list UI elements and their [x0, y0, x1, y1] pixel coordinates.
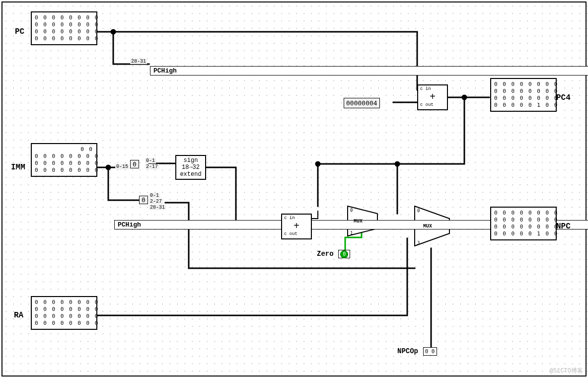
pc4-label: PC4 — [556, 93, 571, 102]
svg-text:0: 0 — [350, 208, 353, 213]
hex-row: 0 0 — [35, 146, 93, 153]
splitter-zero-top: 0 — [130, 160, 139, 168]
bits-2-27-label: 2-27 — [149, 199, 163, 204]
imm-hex: 0 0 0 0 0 0 0 0 0 0 0 0 0 0 0 0 0 0 0 0 … — [31, 143, 97, 177]
adder-branch: c in + c out — [281, 214, 312, 239]
adder-cout-label: c out — [284, 231, 297, 236]
npc-hex: 0 0 0 0 0 0 0 0 0 0 0 0 0 0 0 0 0 0 0 0 … — [490, 207, 557, 240]
svg-point-3 — [316, 162, 320, 166]
adder-cin-label: c in — [284, 216, 295, 221]
plus-icon: + — [282, 222, 311, 231]
hex-row: 0 0 0 0 0 0 0 0 — [35, 21, 93, 28]
hex-row: 0 0 0 0 0 0 0 0 — [494, 81, 553, 88]
hex-row: 0 0 0 0 0 1 0 0 — [494, 102, 553, 109]
hex-row: 0 0 0 0 0 0 0 0 — [35, 35, 93, 42]
sign-extend-l2: 18→32 — [176, 164, 205, 171]
svg-text:1: 1 — [350, 230, 353, 235]
hex-row: 0 0 0 0 0 0 0 0 — [494, 95, 553, 102]
npcop-label: NPCOp — [397, 347, 418, 355]
zero-label: Zero — [317, 250, 334, 258]
npcop-group: NPCOp 0 0 — [397, 347, 437, 356]
zero-indicator-icon: 0 — [340, 250, 348, 258]
hex-row: 0 0 0 0 0 1 0 0 — [494, 230, 553, 237]
hex-row: 0 0 0 0 0 0 0 0 — [35, 153, 93, 160]
hex-row: 0 0 0 0 0 0 0 0 — [35, 306, 93, 313]
hex-row: 0 0 0 0 0 0 0 0 — [494, 217, 553, 224]
svg-point-1 — [462, 95, 466, 99]
hex-row: 0 0 0 0 0 0 0 0 — [35, 299, 93, 306]
watermark: @51CTO博客 — [550, 367, 583, 375]
splitter-zero-bottom: 0 — [139, 196, 148, 204]
bits-28-31-label: 28-31 — [130, 59, 147, 64]
pchigh-tag-top: PCHigh — [150, 66, 588, 76]
hex-row: 0 0 0 0 0 0 0 0 — [494, 210, 553, 217]
pc4-hex: 0 0 0 0 0 0 0 0 0 0 0 0 0 0 0 0 0 0 0 0 … — [490, 78, 557, 112]
npcop-value-box: 0 0 — [423, 347, 437, 356]
sign-extend-l3: extend — [176, 171, 205, 178]
hex-row: 0 0 0 0 0 0 0 0 — [494, 88, 553, 95]
bits-28-31-label-b: 28-31 — [149, 205, 166, 210]
adder-cout-label: c out — [420, 102, 434, 107]
bits-0-1-label-a: 0-1 — [145, 158, 156, 163]
hex-row: 0 0 0 0 0 0 0 0 — [35, 160, 93, 167]
pc-label: PC — [15, 27, 24, 36]
hex-row: 0 0 0 0 0 0 0 0 — [35, 28, 93, 35]
bits-0-15-label: 0-15 — [115, 164, 129, 169]
mux1-label: MUX — [354, 219, 363, 224]
mux2-label: MUX — [423, 224, 432, 229]
bits-2-17-label: 2-17 — [145, 164, 159, 169]
sign-extend-block: sign 18→32 extend — [175, 155, 206, 180]
svg-text:0: 0 — [417, 208, 420, 213]
hex-row: 0 0 0 0 0 0 0 0 — [35, 14, 93, 21]
bits-0-1-label-b: 0-1 — [149, 193, 160, 198]
svg-text:3: 3 — [417, 240, 420, 245]
sign-extend-l1: sign — [176, 157, 205, 164]
adder-pc4: c in + c out — [417, 84, 448, 110]
hex-row: 0 0 0 0 0 0 0 0 — [35, 313, 93, 320]
const-four: 00000004 — [344, 98, 380, 108]
zero-value-box: 0 — [338, 250, 350, 258]
npc-label: NPC — [556, 222, 571, 231]
zero-group: Zero 0 — [317, 249, 350, 258]
hex-row: 0 0 0 0 0 0 0 0 — [494, 224, 553, 230]
hex-row: 0 0 0 0 0 0 0 0 — [35, 320, 93, 327]
imm-label: IMM — [11, 163, 25, 172]
ra-hex: 0 0 0 0 0 0 0 0 0 0 0 0 0 0 0 0 0 0 0 0 … — [31, 296, 97, 330]
adder-cin-label: c in — [420, 86, 431, 91]
pc-hex: 0 0 0 0 0 0 0 0 0 0 0 0 0 0 0 0 0 0 0 0 … — [31, 11, 97, 45]
hex-row: 0 0 0 0 0 0 0 0 — [35, 167, 93, 174]
ra-label: RA — [14, 311, 23, 320]
plus-icon: + — [418, 92, 447, 102]
